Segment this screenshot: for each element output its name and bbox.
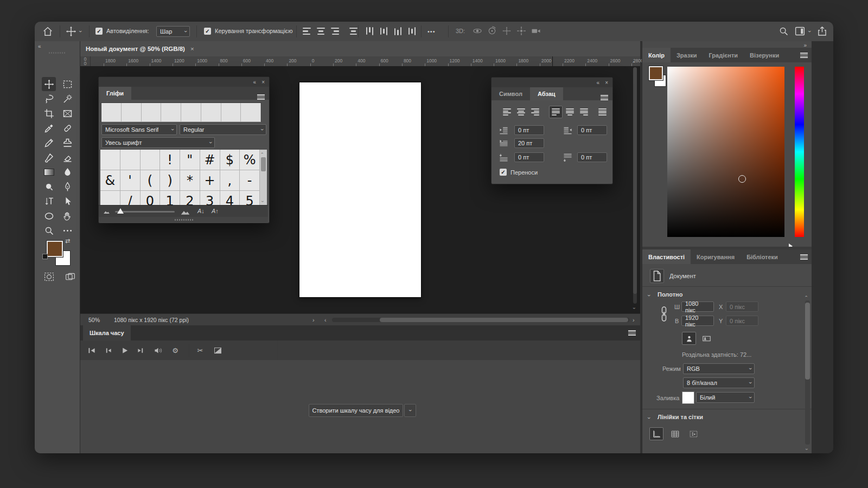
first-line-indent-field[interactable]: 20 пт <box>514 138 544 148</box>
search-icon[interactable] <box>778 25 789 37</box>
chevron-down-icon[interactable]: › <box>78 30 83 32</box>
move-tool[interactable] <box>42 77 56 91</box>
play-button[interactable] <box>118 345 130 355</box>
align-center-button[interactable] <box>514 106 528 118</box>
tab-libraries[interactable]: Бібліотеки <box>741 249 784 264</box>
color-field[interactable] <box>667 67 784 237</box>
glyph-cell[interactable]: ' <box>120 170 141 191</box>
slider-thumb[interactable] <box>117 208 124 214</box>
canvas-vertical-scrollbar[interactable] <box>633 67 637 304</box>
recent-glyph-cell[interactable] <box>241 103 261 122</box>
hyphenate-checkbox[interactable]: ✓ <box>500 169 507 176</box>
autoselect-checkbox[interactable]: ✓ <box>95 28 103 35</box>
tab-patterns[interactable]: Візерунки <box>744 48 785 62</box>
link-dimensions-icon[interactable] <box>660 306 668 322</box>
glyph-cell[interactable]: - <box>240 170 260 191</box>
recent-glyph-cell[interactable] <box>122 103 142 122</box>
close-icon[interactable]: × <box>261 79 265 85</box>
frame-tool[interactable] <box>60 106 74 120</box>
align-left-button[interactable] <box>500 106 514 118</box>
section-chevron-icon[interactable]: › <box>646 417 652 419</box>
workspace-icon[interactable] <box>794 25 806 37</box>
lasso-tool[interactable] <box>42 92 56 106</box>
tab-adjustments[interactable]: Коригування <box>691 249 741 264</box>
glyph-cell[interactable]: ( <box>141 170 161 191</box>
panel-menu-icon[interactable] <box>628 330 636 336</box>
x-field[interactable]: 0 пікс <box>726 301 758 312</box>
tab-glyphs[interactable]: Гліфи <box>99 87 131 100</box>
chevron-down-icon[interactable]: › <box>807 30 812 32</box>
document-page[interactable] <box>299 82 421 297</box>
scroll-left-icon[interactable]: ‹ <box>324 317 327 323</box>
ellipse-tool[interactable] <box>42 209 56 223</box>
foreground-color-swatch[interactable] <box>649 66 663 80</box>
toggle-pixel-grid-button[interactable] <box>686 427 700 440</box>
scroll-right-icon[interactable]: › <box>633 317 635 323</box>
first-frame-button[interactable] <box>86 345 98 355</box>
default-colors-icon[interactable] <box>42 254 48 259</box>
glyph-cell[interactable]: , <box>220 170 240 191</box>
toggle-rulers-button[interactable] <box>649 427 663 440</box>
dock-scrollbar[interactable] <box>805 300 810 445</box>
healing-tool[interactable] <box>60 121 74 135</box>
foreground-color-swatch[interactable] <box>47 241 63 257</box>
eyedropper-tool[interactable] <box>42 121 56 135</box>
panel-menu-icon[interactable] <box>800 254 808 260</box>
align-justify-all-button[interactable] <box>596 106 609 118</box>
recent-glyph-cell[interactable] <box>221 103 241 122</box>
pan-3d-icon[interactable] <box>501 25 512 36</box>
pencil-tool[interactable] <box>42 136 56 150</box>
height-field[interactable]: 1920 пікс <box>681 316 714 326</box>
scrollbar-thumb[interactable] <box>633 67 637 294</box>
transform-controls-checkbox[interactable]: ✓ <box>204 28 211 35</box>
status-popup-icon[interactable]: › <box>312 317 315 323</box>
share-icon[interactable] <box>816 25 828 37</box>
crop-tool[interactable] <box>42 106 56 120</box>
glyph-scale-down-button[interactable]: A↓ <box>197 208 205 214</box>
recent-glyph-cell[interactable] <box>101 103 122 122</box>
scroll-down-icon[interactable]: › <box>804 448 809 450</box>
portrait-orientation-button[interactable] <box>682 332 696 345</box>
close-icon[interactable]: × <box>190 46 194 52</box>
align-justify-right-button[interactable] <box>577 106 591 118</box>
autoselect-layer-dropdown[interactable]: Шар › <box>156 26 190 37</box>
scrollbar-thumb[interactable] <box>261 157 266 171</box>
fill-dropdown[interactable]: Білий › <box>696 392 755 403</box>
close-icon[interactable]: × <box>605 80 608 86</box>
glyph-cell[interactable] <box>100 191 120 205</box>
canvas-horizontal-scrollbar[interactable] <box>332 318 629 322</box>
zoom-out-mountain-icon[interactable] <box>103 209 110 214</box>
glyph-cell[interactable]: 1 <box>160 191 180 205</box>
previous-frame-button[interactable] <box>102 345 114 355</box>
timeline-settings-icon[interactable]: ⚙ <box>169 345 181 355</box>
next-frame-button[interactable] <box>135 345 146 355</box>
glyph-cell[interactable] <box>141 150 161 170</box>
space-before-field[interactable]: 0 пт <box>514 152 544 162</box>
scrollbar-thumb[interactable] <box>805 303 810 380</box>
stamp-tool[interactable] <box>60 136 74 150</box>
recent-glyph-cell[interactable] <box>201 103 221 122</box>
landscape-orientation-button[interactable] <box>699 332 713 345</box>
collapse-panel-icon[interactable]: « <box>38 43 41 49</box>
color-field-marker[interactable] <box>738 175 746 183</box>
recent-glyph-cell[interactable] <box>181 103 201 122</box>
indent-right-field[interactable]: 0 пт <box>577 125 607 135</box>
mute-audio-button[interactable] <box>152 345 164 355</box>
panel-grip[interactable] <box>49 52 65 54</box>
align-bottom-edges-icon[interactable] <box>393 26 403 36</box>
align-right-edges-icon[interactable] <box>330 27 340 36</box>
type-tool[interactable] <box>42 194 56 208</box>
roll-3d-icon[interactable] <box>487 25 497 36</box>
font-style-dropdown[interactable]: Regular › <box>180 124 266 135</box>
glyph-cell[interactable]: % <box>240 150 260 170</box>
hue-strip[interactable] <box>795 67 804 237</box>
split-clip-icon[interactable]: ✂ <box>194 345 206 355</box>
brush-tool[interactable] <box>42 150 56 164</box>
align-left-edges-icon[interactable] <box>302 27 312 36</box>
gradient-tool[interactable] <box>42 165 56 179</box>
hand-tool[interactable] <box>60 209 74 223</box>
distribute-horizontal-centers-icon[interactable] <box>348 27 359 36</box>
width-field[interactable]: 1080 пікс <box>681 301 714 312</box>
glyph-cell[interactable] <box>120 150 141 170</box>
pen-tool[interactable] <box>60 179 74 194</box>
